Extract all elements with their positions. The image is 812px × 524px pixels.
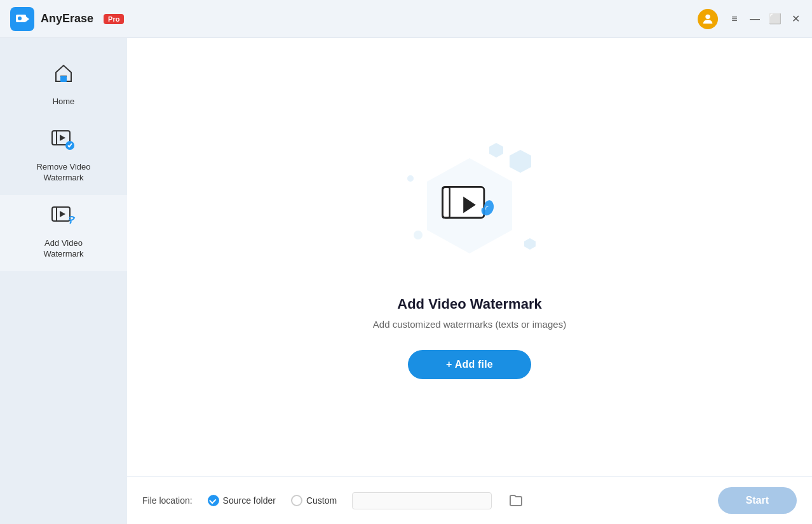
hero-visual [400,136,539,276]
menu-icon[interactable]: ≡ [728,13,741,25]
file-location-label: File location: [142,495,193,506]
remove-video-watermark-label: Remove VideoWatermark [36,162,90,184]
sidebar-item-remove-video-watermark[interactable]: Remove VideoWatermark [0,119,127,195]
custom-label: Custom [306,495,337,506]
app-logo-icon [10,7,34,31]
maximize-button[interactable]: ⬜ [769,13,782,25]
hex-background-small-4 [412,229,424,241]
hex-background-small-2 [489,142,504,158]
home-label: Home [53,97,75,107]
custom-radio[interactable] [291,495,302,506]
svg-point-3 [705,14,710,18]
hex-background-small-3 [524,238,536,250]
svg-point-2 [18,17,22,20]
minimize-button[interactable]: — [748,13,761,25]
svg-marker-14 [489,143,503,158]
hex-background-small-5 [406,174,415,183]
content-subtitle: Add customized watermarks (texts or imag… [373,319,566,330]
main-layout: Home Remove VideoWatermark [0,38,812,524]
sidebar-item-add-video-watermark[interactable]: Add VideoWatermark [0,195,127,271]
title-bar-controls: ≡ — ⬜ ✕ [698,9,802,29]
source-folder-option[interactable]: Source folder [208,495,276,506]
remove-video-watermark-icon [51,130,76,157]
sidebar-item-home[interactable]: Home [0,51,127,119]
hex-background-small-1 [508,149,533,174]
custom-option[interactable]: Custom [291,495,337,506]
bottom-bar: File location: Source folder Custom Star… [127,476,812,524]
pro-badge: Pro [104,14,124,24]
content-main: Add Video Watermark Add customized water… [127,38,812,476]
source-folder-radio[interactable] [208,495,219,506]
svg-rect-4 [60,76,67,82]
content-title: Add Video Watermark [397,296,541,312]
app-name: AnyErase [41,12,93,25]
close-button[interactable]: ✕ [789,13,802,25]
svg-marker-1 [26,17,29,22]
window-controls: ≡ — ⬜ ✕ [728,13,802,25]
home-icon [52,62,75,91]
custom-path-input[interactable] [352,492,492,509]
content-area: Add Video Watermark Add customized water… [127,38,812,524]
svg-marker-13 [510,150,531,173]
svg-marker-15 [524,238,536,250]
video-watermark-large-icon [441,182,498,229]
start-button[interactable]: Start [718,487,797,514]
add-file-button[interactable]: + Add file [408,350,531,379]
add-video-watermark-label: Add VideoWatermark [43,238,83,260]
svg-point-16 [414,231,423,239]
svg-marker-11 [60,211,65,217]
title-bar: AnyErase Pro ≡ — ⬜ ✕ [0,0,812,38]
source-folder-label: Source folder [223,495,276,506]
svg-point-17 [407,175,414,182]
sidebar: Home Remove VideoWatermark [0,38,127,524]
app-logo-group: AnyErase Pro [10,7,124,31]
svg-marker-7 [60,135,65,141]
add-video-watermark-icon [51,206,76,233]
user-avatar[interactable] [698,9,718,29]
browse-folder-button[interactable] [507,492,525,509]
